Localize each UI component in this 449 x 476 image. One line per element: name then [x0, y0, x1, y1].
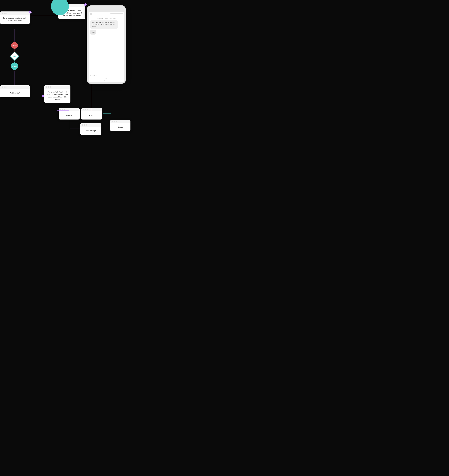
press2-card-header: [81, 108, 102, 111]
acknowledge-card-header: [80, 123, 101, 127]
webhook-card-body: WebHook/API: [0, 89, 30, 97]
chat-bubble-hello: Hello John, We are calling from edrive. …: [90, 20, 118, 29]
badge-2: 2: [29, 11, 32, 13]
phone-status-bar: [110, 13, 123, 14]
verified-card: Pin is verified. Thank you! @extra.messa…: [44, 85, 70, 103]
webhook-card: WebHook/API: [0, 85, 30, 97]
press1-card-body: Press 1: [59, 111, 80, 119]
press2-card: Press 2: [81, 108, 102, 119]
pin-diamond: PIN: [10, 52, 19, 61]
chat-system-message: John has entered the eDrive Flow: [90, 17, 123, 19]
phone-chat-area: John has entered the eDrive Flow Hello J…: [89, 16, 124, 74]
verified-card-header: [44, 85, 70, 89]
press1-card-header: [59, 108, 80, 111]
wrong-pin-card-header: [0, 11, 30, 15]
wrong-pin-card-body: Sorry! You've entered wrong pin. Please …: [0, 15, 30, 24]
failed-label: Failed: [12, 45, 17, 46]
phone-inner: × John has entered the eDrive Flow Hello…: [89, 12, 124, 82]
pin-label: PIN: [13, 55, 16, 57]
decline-card-body: Decline: [110, 123, 131, 131]
wrong-pin-card: Sorry! You've entered wrong pin. Please …: [0, 11, 30, 24]
phone-refresh-button[interactable]: ↻: [104, 78, 108, 82]
success-label: Success: [12, 65, 17, 67]
chat-bubble-pin: 763#: [90, 30, 96, 34]
acknowledge-card-body: Acknowledge: [80, 127, 101, 135]
failed-node: Failed: [11, 42, 18, 49]
webhook-card-header: [0, 85, 30, 89]
badge-1: 1: [84, 3, 87, 6]
success-node: Success: [11, 62, 18, 70]
decline-card: Decline: [110, 120, 131, 131]
phone-input-area[interactable]: Send Message...: [89, 74, 124, 78]
decline-card-header: [110, 120, 131, 123]
phone-top-bar: ×: [89, 12, 124, 16]
phone-mockup: × John has entered the eDrive Flow Hello…: [87, 5, 126, 84]
phone-input-placeholder: Send Message...: [90, 75, 123, 77]
acknowledge-card: Acknowledge: [80, 123, 101, 135]
verified-card-body: Pin is verified. Thank you! @extra.messa…: [44, 89, 70, 103]
press1-card: Press 1: [59, 108, 80, 119]
press2-card-body: Press 2: [81, 111, 102, 119]
badge-4-connector: 4: [42, 95, 44, 97]
phone-close-button[interactable]: ×: [90, 13, 92, 15]
